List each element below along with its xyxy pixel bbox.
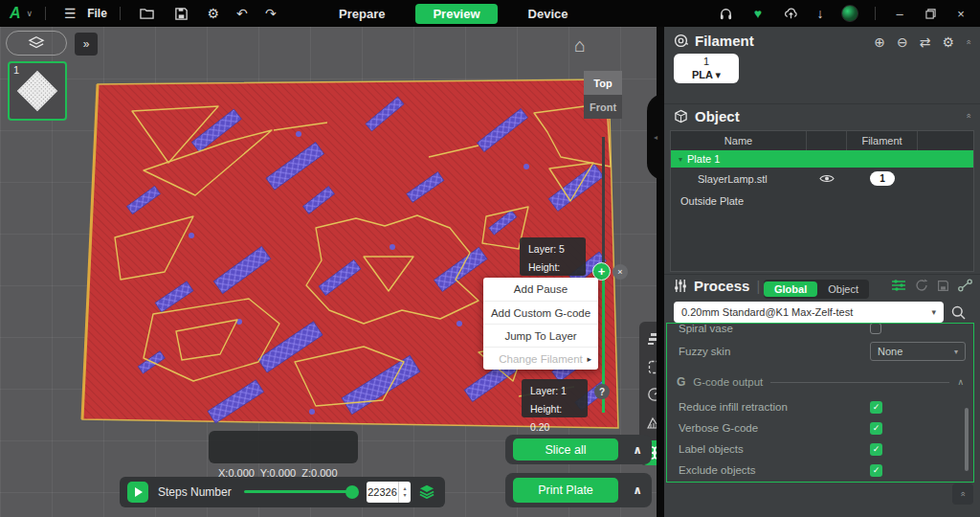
play-icon — [135, 487, 143, 497]
expand-plates-button[interactable]: » — [75, 33, 98, 56]
model-name: SlayerLamp.stl — [671, 173, 807, 185]
divider — [875, 7, 876, 20]
panel-collapse-handle[interactable]: ◂ — [647, 94, 664, 180]
setting-row-exclude-objects[interactable]: Exclude objects ✓ — [667, 460, 973, 481]
settings-gear-icon[interactable]: ⚙ — [202, 6, 225, 21]
hamburger-icon[interactable]: ☰ — [58, 6, 81, 21]
model-filament-badge[interactable]: 1 — [870, 171, 895, 186]
setting-row-spiral-vase[interactable]: Spiral vase — [667, 323, 973, 339]
setting-row-verbose-gcode[interactable]: Verbose G-code ✓ — [667, 417, 973, 438]
layers-green-icon[interactable] — [418, 483, 435, 499]
save-preset-icon[interactable] — [937, 280, 949, 292]
help-button[interactable]: ? — [594, 384, 610, 399]
print-action-group: Print Plate ∧ — [505, 473, 652, 507]
steps-number-label: Steps Number — [158, 485, 232, 499]
exclude-objects-checkbox[interactable]: ✓ — [870, 464, 882, 477]
menu-item-add-custom-gcode[interactable]: Add Custom G-code — [483, 301, 598, 324]
menu-item-jump-to-layer[interactable]: Jump To Layer — [483, 324, 598, 347]
spiral-vase-checkbox[interactable] — [870, 323, 881, 334]
support-headset-icon[interactable] — [711, 0, 740, 27]
close-button[interactable]: × — [947, 7, 974, 21]
cloud-upload-icon[interactable] — [776, 0, 805, 27]
remove-filament-icon[interactable]: ⊖ — [897, 34, 908, 50]
sync-filament-icon[interactable]: ⇄ — [920, 34, 931, 50]
filament-slot-card[interactable]: 1 PLA ▾ — [674, 54, 739, 83]
open-file-button[interactable] — [133, 0, 162, 27]
column-filament: Filament — [847, 131, 918, 150]
tab-device[interactable]: Device — [515, 4, 582, 24]
play-button[interactable] — [127, 482, 148, 503]
table-row-plate[interactable]: ▾ Plate 1 — [671, 150, 973, 168]
slicer-app: A ∨ ☰ File ⚙ ↶ ↷ Prepare Preview Device — [0, 0, 980, 517]
user-avatar[interactable] — [835, 0, 864, 27]
tune-settings-icon[interactable] — [891, 279, 906, 292]
download-icon[interactable]: ↓ — [809, 6, 832, 21]
print-plate-button[interactable]: Print Plate — [513, 478, 618, 503]
favorites-heart-icon[interactable]: ♥ — [744, 0, 772, 27]
plate-thumbnail-image — [17, 71, 57, 111]
setting-row-reduce-infill-retraction[interactable]: Reduce infill retraction ✓ — [667, 396, 973, 417]
logo-chevron-icon[interactable]: ∨ — [27, 9, 33, 18]
tab-preview[interactable]: Preview — [415, 4, 497, 24]
setting-row-fuzzy-skin[interactable]: Fuzzy skin None ▾ — [667, 341, 973, 362]
preview-viewport[interactable]: » 1 ⌂ Top Front Layer: 5 Height: 1.00 + … — [0, 27, 657, 517]
save-button[interactable] — [167, 0, 196, 27]
steps-slider-handle[interactable] — [345, 485, 359, 499]
steps-spinner[interactable]: ▴ ▾ — [398, 482, 411, 503]
slice-all-button[interactable]: Slice all — [513, 438, 618, 461]
section-gcode-output[interactable]: G G-code output ∧ — [667, 371, 973, 393]
print-options-chevron[interactable]: ∧ — [624, 473, 651, 507]
app-logo-icon[interactable]: A — [10, 5, 21, 22]
speed-gauge-icon[interactable] — [645, 385, 657, 404]
table-row-outside[interactable]: Outside Plate — [671, 190, 973, 212]
redo-icon[interactable]: ↷ — [259, 6, 282, 21]
visibility-eye-icon[interactable] — [807, 173, 847, 184]
tab-prepare[interactable]: Prepare — [325, 4, 398, 24]
steps-slider-track[interactable] — [244, 490, 354, 493]
layers-pill-button[interactable] — [6, 31, 67, 56]
slice-action-group: Slice all ∧ — [505, 435, 652, 464]
structure-icon[interactable] — [645, 413, 657, 432]
reset-icon[interactable] — [915, 279, 928, 292]
remove-marker-button[interactable]: × — [612, 264, 628, 280]
layer-slider-track-upper[interactable] — [602, 137, 605, 271]
preset-dropdown[interactable]: 0.20mm Standard@K1 Max-Zelf-test ▾ — [674, 302, 944, 323]
label-objects-checkbox[interactable]: ✓ — [870, 443, 882, 456]
filament-settings-gear-icon[interactable]: ⚙ — [942, 34, 954, 50]
add-filament-icon[interactable]: ⊕ — [874, 34, 885, 50]
file-menu[interactable]: File — [87, 7, 107, 20]
flow-calibration-icon[interactable] — [958, 279, 972, 292]
steps-value-box[interactable]: 22326 ▴ ▾ — [367, 482, 411, 503]
menu-item-change-filament[interactable]: Change Filament ▸ — [483, 347, 598, 370]
restore-button[interactable] — [917, 9, 944, 19]
collapse-panel-button[interactable]: » — [952, 483, 973, 505]
filament-collapse-icon[interactable]: » — [963, 39, 972, 44]
verbose-gcode-checkbox[interactable]: ✓ — [870, 422, 882, 435]
line-type-icon[interactable] — [645, 357, 657, 376]
view-front-button[interactable]: Front — [584, 95, 622, 119]
settings-scrollbar[interactable] — [965, 408, 969, 471]
spin-up-icon[interactable]: ▴ — [403, 485, 406, 492]
reduce-infill-retraction-checkbox[interactable]: ✓ — [870, 401, 882, 414]
home-view-icon[interactable]: ⌂ — [574, 34, 586, 56]
tree-caret-icon[interactable]: ▾ — [679, 155, 682, 164]
layer-bars-icon[interactable] — [645, 329, 657, 348]
view-top-button[interactable]: Top — [584, 71, 622, 95]
undo-icon[interactable]: ↶ — [231, 6, 254, 21]
filament-slot-material[interactable]: PLA ▾ — [692, 69, 721, 82]
tab-global[interactable]: Global — [764, 281, 817, 297]
steps-value[interactable]: 22326 — [367, 486, 398, 498]
table-row-model[interactable]: SlayerLamp.stl 1 — [671, 168, 973, 190]
search-icon[interactable] — [951, 305, 966, 320]
fuzzy-skin-select[interactable]: None ▾ — [870, 342, 966, 361]
spin-down-icon[interactable]: ▾ — [403, 492, 406, 499]
minimize-button[interactable]: – — [886, 7, 913, 21]
tab-object-scope[interactable]: Object — [817, 281, 869, 297]
menu-item-add-pause[interactable]: Add Pause — [483, 278, 598, 301]
slice-options-chevron[interactable]: ∧ — [624, 435, 651, 464]
outside-plate-label: Outside Plate — [671, 195, 807, 207]
section-collapse-icon[interactable]: ∧ — [957, 377, 964, 387]
setting-row-label-objects[interactable]: Label objects ✓ — [667, 438, 973, 460]
plate-thumbnail[interactable]: 1 — [8, 61, 67, 121]
object-collapse-icon[interactable]: » — [963, 113, 972, 118]
